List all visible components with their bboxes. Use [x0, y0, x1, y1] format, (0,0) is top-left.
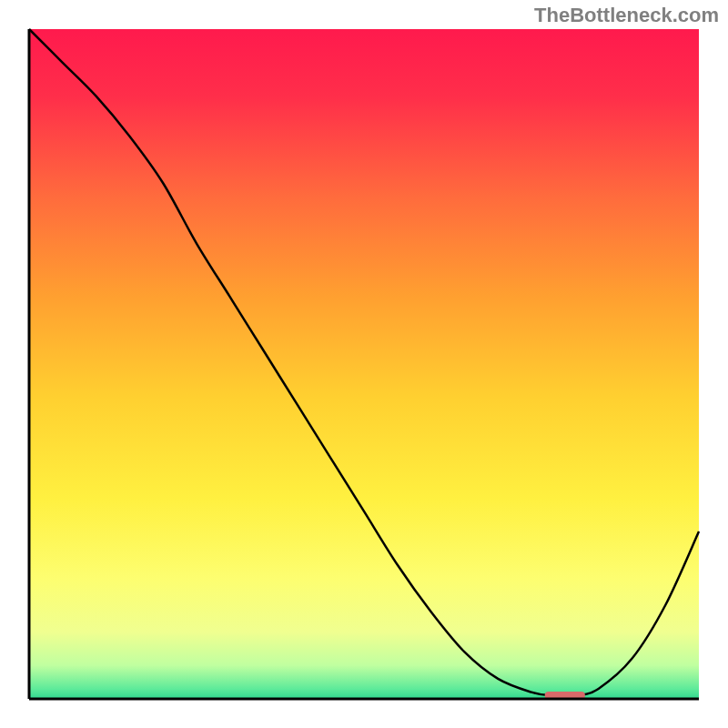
bottleneck-chart — [0, 0, 728, 728]
chart-container: TheBottleneck.com — [0, 0, 728, 728]
watermark-text: TheBottleneck.com — [534, 4, 719, 27]
plot-background — [29, 29, 699, 699]
